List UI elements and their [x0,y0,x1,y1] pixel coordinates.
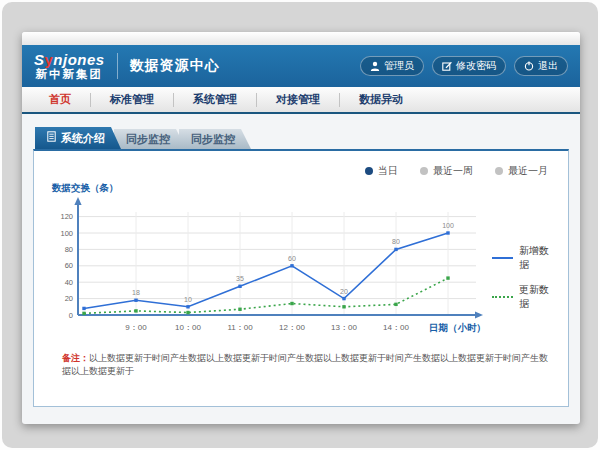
legend-new-data-label: 新增数据 [519,244,554,272]
logout-label: 退出 [538,59,558,73]
filter-last-month-label: 最近一月 [508,164,548,178]
nav-item-standard-mgmt[interactable]: 标准管理 [91,87,173,112]
radio-dot-icon [420,167,428,175]
main-nav: 首页 标准管理 系统管理 对接管理 数据异动 [22,87,580,114]
period-filters: 当日 最近一周 最近一月 [48,151,554,178]
tab-sync-monitor-2[interactable]: 同步监控 [179,129,251,149]
svg-text:20: 20 [65,294,73,303]
svg-text:18: 18 [132,289,140,296]
legend-item-new-data: 新增数据 [492,244,554,272]
svg-text:100: 100 [442,222,454,229]
svg-text:60: 60 [288,255,296,262]
logout-button[interactable]: 退出 [514,56,568,76]
svg-text:13：00: 13：00 [331,323,357,332]
app-title: 数据资源中心 [130,57,220,75]
svg-text:80: 80 [392,238,400,245]
svg-text:60: 60 [65,261,73,270]
filter-today-label: 当日 [378,164,398,178]
content-area: 系统介绍 同步监控 同步监控 当日 最近一周 [22,114,580,407]
svg-text:40: 40 [65,278,73,287]
tab-system-intro[interactable]: 系统介绍 [35,127,121,149]
admin-user-label: 管理员 [384,59,414,73]
svg-text:9：00: 9：00 [125,323,147,332]
change-password-label: 修改密码 [456,59,496,73]
svg-text:14：00: 14：00 [383,323,409,332]
dotted-line-swatch-icon [492,296,513,298]
chart-legend: 新增数据 更新数据 [492,244,554,337]
solid-line-swatch-icon [492,257,513,259]
brand-logo-subtitle: 新中新集团 [34,68,105,80]
radio-dot-icon [495,167,503,175]
chart-container: 0204060801001209：0010：0011：0012：0013：001… [48,182,554,337]
app-window: Synjones 新中新集团 数据资源中心 管理员 修改密码 退出 [22,32,580,424]
filter-last-month[interactable]: 最近一月 [495,164,548,178]
svg-text:10: 10 [184,296,192,303]
svg-text:35: 35 [236,275,244,282]
brand-logo: Synjones 新中新集团 [34,52,105,80]
svg-text:日期（小时）: 日期（小时） [429,322,486,334]
admin-user-button[interactable]: 管理员 [360,56,424,76]
filter-last-week[interactable]: 最近一周 [420,164,473,178]
filter-last-week-label: 最近一周 [433,164,473,178]
edit-icon [442,61,452,71]
power-icon [524,61,534,71]
nav-item-home[interactable]: 首页 [30,87,90,112]
change-password-button[interactable]: 修改密码 [432,56,506,76]
user-icon [370,61,380,71]
tab-sync-monitor-1[interactable]: 同步监控 [114,129,186,149]
svg-text:12：00: 12：00 [279,323,305,332]
tab-system-intro-label: 系统介绍 [61,127,105,149]
svg-text:20: 20 [340,288,348,295]
filter-today[interactable]: 当日 [365,164,398,178]
footnote-label: 备注： [62,353,89,363]
logo-text-post: njones [53,51,104,68]
legend-updated-data-label: 更新数据 [519,283,554,311]
svg-text:100: 100 [60,229,73,238]
header-divider [117,53,118,79]
brand-logo-wordmark: Synjones [34,52,105,68]
svg-text:11：00: 11：00 [227,323,253,332]
nav-item-interface-mgmt[interactable]: 对接管理 [257,87,339,112]
svg-text:80: 80 [65,245,73,254]
nav-item-data-change[interactable]: 数据异动 [340,87,422,112]
svg-text:120: 120 [60,212,73,221]
svg-text:10：00: 10：00 [175,323,201,332]
logo-text-pre: S [34,51,45,68]
svg-text:数据交换（条）: 数据交换（条） [51,182,119,194]
svg-text:0: 0 [69,311,73,320]
chart-panel: 当日 最近一周 最近一月 0204060801001209：0010：0011：… [33,149,569,407]
tab-strip: 系统介绍 同步监控 同步监控 [33,127,569,149]
document-icon [47,127,56,149]
data-exchange-line-chart: 0204060801001209：0010：0011：0012：0013：001… [48,182,488,337]
header-user-actions: 管理员 修改密码 退出 [360,56,568,76]
footnote-text: 以上数据更新于时间产生数据以上数据更新于时间产生数据以上数据更新于时间产生数据以… [62,353,548,376]
window-top-strip [22,32,580,45]
app-header: Synjones 新中新集团 数据资源中心 管理员 修改密码 退出 [22,45,580,87]
nav-item-system-mgmt[interactable]: 系统管理 [174,87,256,112]
footnote: 备注：以上数据更新于时间产生数据以上数据更新于时间产生数据以上数据更新于时间产生… [48,352,554,377]
legend-item-updated-data: 更新数据 [492,283,554,311]
desktop-background: Synjones 新中新集团 数据资源中心 管理员 修改密码 退出 [2,2,598,448]
radio-dot-icon [365,167,373,175]
